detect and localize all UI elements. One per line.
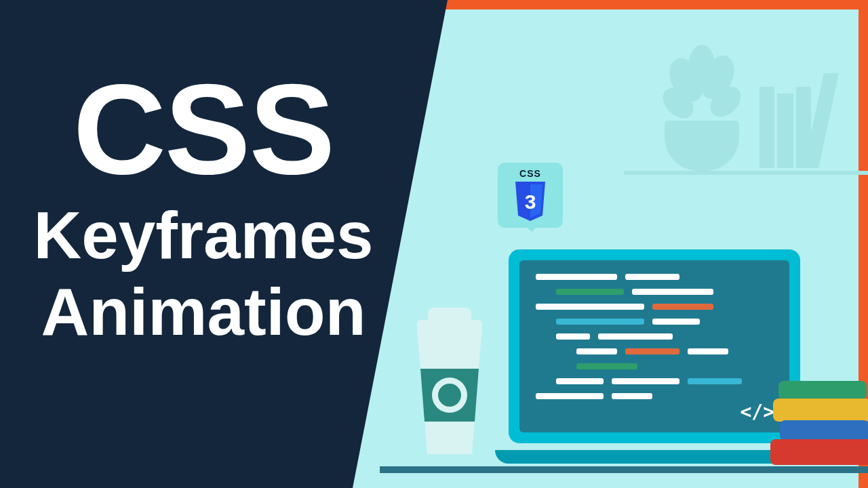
coffee-cup-icon — [412, 332, 487, 460]
css3-badge-label: CSS — [498, 168, 563, 179]
css3-badge-bubble: CSS 3 — [498, 163, 563, 228]
frame-top-bar — [387, 0, 868, 9]
desk-line — [380, 466, 868, 473]
laptop-base — [495, 450, 814, 464]
book-stack-icon — [778, 381, 868, 464]
title-line-3: Animation — [20, 274, 387, 350]
code-symbol-icon: </> — [740, 401, 774, 423]
shelf-book — [777, 94, 793, 168]
shelf-book — [760, 87, 774, 168]
title-panel: CSS Keyframes Animation — [0, 0, 448, 488]
laptop-frame: </> — [509, 249, 800, 443]
title-line-2: Keyframes — [20, 197, 387, 274]
laptop-screen: </> — [519, 260, 789, 432]
svg-text:3: 3 — [525, 190, 536, 213]
laptop-illustration: </> — [495, 249, 814, 464]
title-block: CSS Keyframes Animation — [20, 64, 387, 350]
shelf-line — [624, 171, 868, 175]
css3-shield-icon: 3 — [513, 182, 548, 222]
svg-point-7 — [438, 384, 461, 407]
title-line-1: CSS — [20, 64, 387, 193]
svg-point-2 — [688, 45, 715, 91]
thumbnail-canvas: CSS 3 </> — [0, 0, 868, 488]
